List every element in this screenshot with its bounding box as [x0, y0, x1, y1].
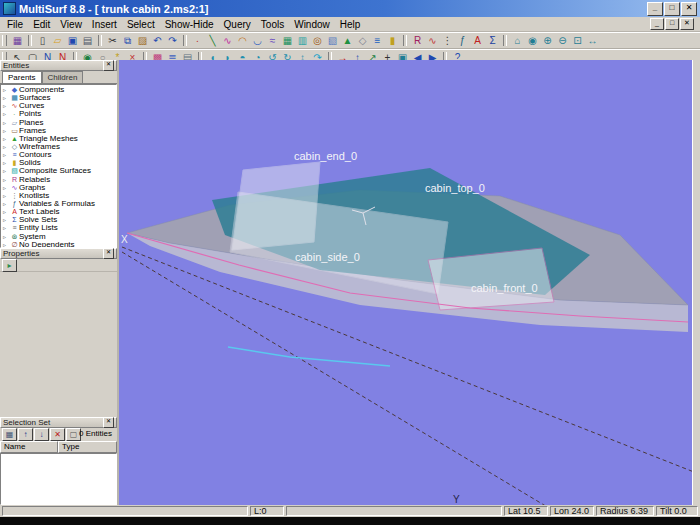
expander-icon[interactable]: ▹ — [3, 208, 10, 216]
menu-item[interactable]: Tools — [256, 18, 289, 31]
expander-icon[interactable]: ▹ — [3, 127, 10, 135]
expander-icon[interactable]: ▹ — [3, 86, 10, 94]
entities-close-icon[interactable]: ✕ — [103, 60, 114, 71]
save-icon[interactable]: ▣ — [65, 34, 80, 47]
viewport-canvas[interactable]: cabin_end_0 cabin_top_0 cabin_side_0 cab… — [119, 60, 692, 505]
text-label-icon[interactable]: A — [470, 34, 485, 47]
ruled-surface-icon[interactable]: ▥ — [295, 34, 310, 47]
cabin-end-surface[interactable] — [232, 162, 320, 250]
tab-parents[interactable]: Parents — [2, 71, 42, 83]
graph-icon[interactable]: ∿ — [425, 34, 440, 47]
point-icon[interactable]: ∙ — [190, 34, 205, 47]
expander-icon[interactable]: ▹ — [3, 176, 10, 184]
expander-icon[interactable]: ▹ — [3, 216, 10, 224]
expander-icon[interactable]: ▹ — [3, 151, 10, 159]
expander-icon[interactable]: ▹ — [3, 167, 10, 175]
expander-icon[interactable]: ▹ — [3, 119, 10, 127]
mdi-restore-button[interactable]: □ — [665, 18, 679, 30]
copy-icon[interactable]: ⧉ — [120, 34, 135, 47]
menu-item[interactable]: Insert — [87, 18, 122, 31]
blend-surface-icon[interactable]: ▧ — [325, 34, 340, 47]
line-icon[interactable]: ╲ — [205, 34, 220, 47]
menu-item[interactable]: Show-Hide — [160, 18, 219, 31]
ccurve-icon[interactable]: ◠ — [235, 34, 250, 47]
expander-icon[interactable]: ▹ — [3, 224, 10, 232]
solve-set-icon[interactable]: Σ — [485, 34, 500, 47]
maximize-button[interactable]: □ — [664, 2, 680, 16]
expander-icon[interactable]: ▹ — [3, 135, 10, 143]
eye-icon[interactable]: ◉ — [525, 34, 540, 47]
properties-toolbar: ▸ — [0, 259, 117, 272]
axis-y-label: Y — [453, 494, 460, 505]
status-spacer — [286, 506, 502, 516]
expander-icon[interactable]: ▹ — [3, 143, 10, 151]
print-icon[interactable]: ▤ — [80, 34, 95, 47]
move-down-icon[interactable]: ↓ — [34, 428, 49, 441]
toolbar-grip[interactable] — [2, 35, 7, 46]
open-folder-icon[interactable]: ▱ — [50, 34, 65, 47]
knotlist-icon[interactable]: ⋮ — [440, 34, 455, 47]
viewport-3d[interactable]: cabin_end_0 cabin_top_0 cabin_side_0 cab… — [119, 60, 692, 505]
helix-icon[interactable]: ≈ — [265, 34, 280, 47]
menu-item[interactable]: Select — [122, 18, 160, 31]
close-button[interactable]: ✕ — [681, 2, 697, 16]
zoom-out-icon[interactable]: ⊖ — [555, 34, 570, 47]
move-up-icon[interactable]: ↑ — [18, 428, 33, 441]
remove-icon[interactable]: ✕ — [50, 428, 65, 441]
cabin-end-label[interactable]: cabin_end_0 — [294, 150, 357, 162]
expander-icon[interactable]: ▹ — [3, 200, 10, 208]
redo-icon[interactable]: ↷ — [165, 34, 180, 47]
tree-item[interactable]: ▹ ∅ No Dependents — [1, 241, 116, 248]
wireframe-icon[interactable]: ◇ — [355, 34, 370, 47]
cabin-side-label[interactable]: cabin_side_0 — [295, 251, 360, 263]
zoom-in-icon[interactable]: ⊕ — [540, 34, 555, 47]
cabin-top-label[interactable]: cabin_top_0 — [425, 182, 485, 194]
expander-icon[interactable]: ▹ — [3, 241, 10, 248]
solid-icon[interactable]: ▮ — [385, 34, 400, 47]
cabin-front-label[interactable]: cabin_front_0 — [471, 282, 538, 294]
menu-item[interactable]: Edit — [28, 18, 55, 31]
menu-item[interactable]: View — [55, 18, 87, 31]
menu-bar: File Edit View Insert Select Show-Hide Q… — [0, 17, 700, 32]
selection-set-close-icon[interactable]: ✕ — [103, 417, 114, 428]
expander-icon[interactable]: ▹ — [3, 102, 10, 110]
mesh-icon[interactable]: ▲ — [340, 34, 355, 47]
selection-list[interactable] — [0, 453, 117, 505]
arc-icon[interactable]: ◡ — [250, 34, 265, 47]
new-file-icon[interactable]: ▯ — [35, 34, 50, 47]
tab-children[interactable]: Children — [42, 71, 84, 83]
revolution-surface-icon[interactable]: ◎ — [310, 34, 325, 47]
expander-icon[interactable]: ▹ — [3, 233, 10, 241]
expander-icon[interactable]: ▹ — [3, 159, 10, 167]
contour-icon[interactable]: ≡ — [370, 34, 385, 47]
menu-item[interactable]: Query — [219, 18, 256, 31]
expander-icon[interactable]: ▹ — [3, 184, 10, 192]
properties-close-icon[interactable]: ✕ — [103, 248, 114, 259]
relabel-icon[interactable]: R — [410, 34, 425, 47]
expander-icon[interactable]: ▹ — [3, 94, 10, 102]
properties-pin-icon[interactable]: ▸ — [2, 259, 17, 272]
surface-icon[interactable]: ▦ — [280, 34, 295, 47]
pan-icon[interactable]: ↔ — [585, 34, 600, 47]
expander-icon[interactable]: ▹ — [3, 110, 10, 118]
mdi-minimize-button[interactable]: _ — [650, 18, 664, 30]
column-header-type[interactable]: Type — [58, 441, 117, 453]
minimize-button[interactable]: _ — [647, 2, 663, 16]
cut-icon[interactable]: ✂ — [105, 34, 120, 47]
zoom-window-icon[interactable]: ⊡ — [570, 34, 585, 47]
undo-icon[interactable]: ↶ — [150, 34, 165, 47]
bcurve-icon[interactable]: ∿ — [220, 34, 235, 47]
paste-icon[interactable]: ▨ — [135, 34, 150, 47]
column-header-name[interactable]: Name — [0, 441, 58, 453]
menu-item[interactable]: File — [2, 18, 28, 31]
status-lon: Lon 24.0 — [550, 506, 594, 516]
menu-item[interactable]: Help — [335, 18, 366, 31]
selection-list-icon[interactable]: ▦ — [2, 428, 17, 441]
entity-grid-icon[interactable]: ▦ — [10, 34, 25, 47]
menu-item[interactable]: Window — [289, 18, 335, 31]
formula-icon[interactable]: ƒ — [455, 34, 470, 47]
expander-icon[interactable]: ▹ — [3, 192, 10, 200]
mdi-close-button[interactable]: ✕ — [680, 18, 694, 30]
home-view-icon[interactable]: ⌂ — [510, 34, 525, 47]
entity-type-icon: ∙ — [10, 110, 19, 118]
